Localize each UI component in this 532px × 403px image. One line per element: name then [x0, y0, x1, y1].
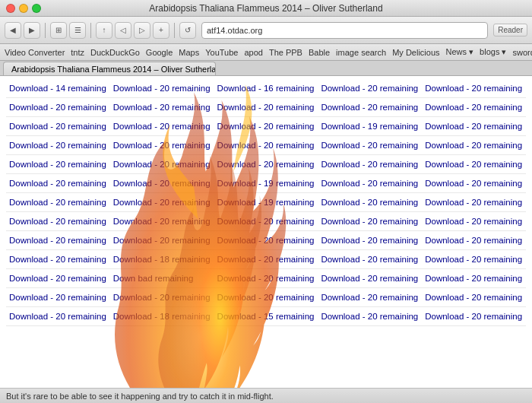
- nav-button-2[interactable]: ▷: [134, 22, 150, 39]
- back-button[interactable]: ◀: [5, 22, 21, 39]
- bookmarks-bar: Video ConvertertntzDuckDuckGoGoogleMapsY…: [0, 44, 532, 61]
- show-all-tabs-button[interactable]: ⊞: [50, 22, 67, 39]
- download-item[interactable]: Download - 20 remaining: [6, 193, 110, 212]
- bookmark-item[interactable]: Maps: [179, 48, 199, 57]
- download-item[interactable]: Download - 20 remaining: [318, 212, 422, 231]
- download-item[interactable]: Download - 20 remaining: [110, 174, 214, 193]
- download-item[interactable]: Download - 20 remaining: [422, 288, 526, 307]
- download-item[interactable]: Download - 20 remaining: [214, 288, 318, 307]
- download-item[interactable]: Download - 20 remaining: [318, 155, 422, 174]
- reload-button[interactable]: ↺: [179, 22, 196, 39]
- download-item[interactable]: Download - 20 remaining: [318, 307, 422, 326]
- download-item[interactable]: Download - 20 remaining: [318, 193, 422, 212]
- download-item[interactable]: Download - 20 remaining: [422, 269, 526, 288]
- reader-button[interactable]: Reader: [493, 24, 527, 36]
- sidebar-button[interactable]: ☰: [69, 22, 86, 39]
- add-bookmark-button[interactable]: +: [153, 22, 169, 39]
- download-item[interactable]: Download - 20 remaining: [318, 288, 422, 307]
- bookmark-item[interactable]: YouTube: [205, 48, 238, 57]
- download-item[interactable]: Download - 20 remaining: [318, 174, 422, 193]
- download-item[interactable]: Download - 20 remaining: [110, 155, 214, 174]
- download-item[interactable]: Download - 15 remaining: [214, 307, 318, 326]
- download-item[interactable]: Download - 20 remaining: [110, 288, 214, 307]
- download-item[interactable]: Download - 20 remaining: [214, 117, 318, 136]
- download-item[interactable]: Download - 18 remaining: [110, 307, 214, 326]
- download-item[interactable]: Download - 20 remaining: [318, 269, 422, 288]
- download-item[interactable]: Download - 20 remaining: [422, 117, 526, 136]
- download-item[interactable]: Download - 20 remaining: [6, 250, 110, 269]
- bookmark-item[interactable]: News ▾: [446, 47, 474, 57]
- download-item[interactable]: Download - 16 remaining: [214, 79, 318, 98]
- bookmark-item[interactable]: swordsman: [512, 48, 532, 57]
- download-item[interactable]: Download - 20 remaining: [110, 231, 214, 250]
- download-item[interactable]: Download - 20 remaining: [422, 212, 526, 231]
- download-item[interactable]: Download - 20 remaining: [422, 231, 526, 250]
- bookmark-item[interactable]: tntz: [71, 48, 84, 57]
- bookmark-item[interactable]: The PPB: [269, 48, 302, 57]
- download-item[interactable]: Download - 20 remaining: [110, 98, 214, 117]
- download-item[interactable]: Download - 20 remaining: [422, 98, 526, 117]
- nav-button-1[interactable]: ◁: [115, 22, 131, 39]
- download-item[interactable]: Download - 20 remaining: [6, 136, 110, 155]
- bookmark-item[interactable]: My Delicious: [392, 48, 439, 57]
- download-item[interactable]: Download - 19 remaining: [214, 193, 318, 212]
- bookmark-item[interactable]: DuckDuckGo: [90, 48, 140, 57]
- toolbar-separator-2: [90, 23, 91, 38]
- active-tab[interactable]: Arabidopsis Thaliana Flammeus 2014 – Oli…: [3, 62, 216, 75]
- download-item[interactable]: Download - 20 remaining: [422, 174, 526, 193]
- download-item[interactable]: Download - 20 remaining: [214, 155, 318, 174]
- bookmark-item[interactable]: image search: [336, 48, 386, 57]
- maximize-button[interactable]: [32, 4, 41, 13]
- toolbar-separator: [45, 23, 46, 38]
- traffic-lights[interactable]: [6, 4, 41, 13]
- bookmark-item[interactable]: apod: [244, 48, 262, 57]
- download-item[interactable]: Down bad remaining: [110, 269, 214, 288]
- download-item[interactable]: Download - 20 remaining: [6, 231, 110, 250]
- download-item[interactable]: Download - 20 remaining: [422, 155, 526, 174]
- bookmark-item[interactable]: Bable: [309, 48, 330, 57]
- share-button[interactable]: ↑: [96, 22, 112, 39]
- download-item[interactable]: Download - 20 remaining: [422, 79, 526, 98]
- download-item[interactable]: Download - 14 remaining: [6, 79, 110, 98]
- download-item[interactable]: Download - 20 remaining: [6, 174, 110, 193]
- download-item[interactable]: Download - 20 remaining: [110, 136, 214, 155]
- download-item[interactable]: Download - 20 remaining: [110, 212, 214, 231]
- download-item[interactable]: Download - 20 remaining: [6, 117, 110, 136]
- download-item[interactable]: Download - 20 remaining: [318, 250, 422, 269]
- download-item[interactable]: Download - 20 remaining: [6, 288, 110, 307]
- download-item[interactable]: Download - 20 remaining: [214, 231, 318, 250]
- download-item[interactable]: Download - 20 remaining: [422, 250, 526, 269]
- download-item[interactable]: Download - 20 remaining: [318, 79, 422, 98]
- download-item[interactable]: Download - 20 remaining: [214, 136, 318, 155]
- download-item[interactable]: Download - 20 remaining: [318, 231, 422, 250]
- download-item[interactable]: Download - 20 remaining: [422, 193, 526, 212]
- download-item[interactable]: Download - 20 remaining: [422, 136, 526, 155]
- download-item[interactable]: Download - 20 remaining: [214, 212, 318, 231]
- download-item[interactable]: Download - 20 remaining: [6, 307, 110, 326]
- download-item[interactable]: Download - 19 remaining: [318, 117, 422, 136]
- download-item[interactable]: Download - 20 remaining: [6, 269, 110, 288]
- download-item[interactable]: Download - 20 remaining: [6, 155, 110, 174]
- download-item[interactable]: Download - 20 remaining: [318, 98, 422, 117]
- download-item[interactable]: Download - 20 remaining: [422, 307, 526, 326]
- download-item[interactable]: Download - 20 remaining: [214, 250, 318, 269]
- download-item[interactable]: Download - 20 remaining: [110, 193, 214, 212]
- download-item[interactable]: Download - 20 remaining: [6, 212, 110, 231]
- download-item[interactable]: Download - 20 remaining: [214, 269, 318, 288]
- address-bar[interactable]: atf14.otdac.org: [201, 22, 488, 39]
- download-item[interactable]: Download - 20 remaining: [110, 117, 214, 136]
- download-item[interactable]: Download - 20 remaining: [214, 98, 318, 117]
- window-title: Arabidopsis Thaliana Flammeus 2014 – Oli…: [149, 3, 382, 14]
- download-item[interactable]: Download - 18 remaining: [110, 250, 214, 269]
- bookmark-item[interactable]: Google: [146, 48, 173, 57]
- download-item[interactable]: Download - 20 remaining: [110, 79, 214, 98]
- bookmark-item[interactable]: Video Converter: [5, 48, 65, 57]
- minimize-button[interactable]: [19, 4, 28, 13]
- close-button[interactable]: [6, 4, 15, 13]
- download-item[interactable]: Download - 20 remaining: [6, 98, 110, 117]
- toolbar-separator-3: [174, 23, 175, 38]
- download-item[interactable]: Download - 20 remaining: [318, 136, 422, 155]
- forward-button[interactable]: ▶: [24, 22, 40, 39]
- bookmark-item[interactable]: blogs ▾: [480, 47, 506, 57]
- download-item[interactable]: Download - 19 remaining: [214, 174, 318, 193]
